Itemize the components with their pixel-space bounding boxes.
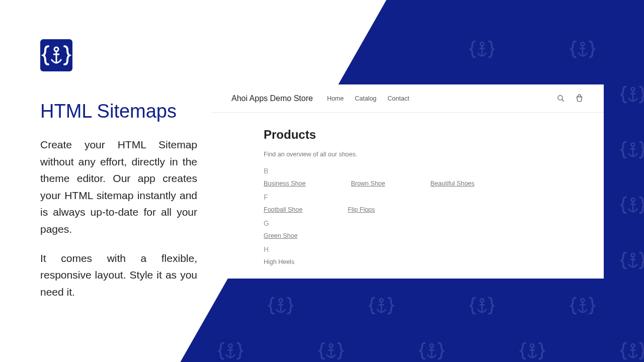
search-icon[interactable] <box>556 94 565 103</box>
pattern-icon <box>619 337 644 362</box>
pattern-icon <box>569 292 597 320</box>
nav-catalog[interactable]: Catalog <box>355 95 376 102</box>
letter-heading-f: F <box>264 193 584 201</box>
pattern-icon <box>569 35 597 63</box>
sitemap-link[interactable]: Football Shoe <box>264 206 302 213</box>
store-nav: Home Catalog Contact <box>327 95 410 102</box>
pattern-icon <box>267 292 295 320</box>
page-title: HTML Sitemaps <box>40 101 197 122</box>
pattern-icon <box>518 337 546 362</box>
store-body: Products Find an overview of all our sho… <box>211 113 604 265</box>
store-header: Ahoi Apps Demo Store Home Catalog Contac… <box>211 84 604 113</box>
marketing-paragraph: It comes with a flexible, responsive lay… <box>40 250 197 301</box>
sitemap-link[interactable]: Beautiful Shoes <box>431 180 475 187</box>
pattern-icon <box>468 35 496 63</box>
pattern-icon <box>216 337 245 362</box>
nav-home[interactable]: Home <box>327 95 344 102</box>
pattern-icon <box>619 246 644 275</box>
cart-icon[interactable] <box>575 94 584 103</box>
pattern-icon <box>619 80 644 109</box>
svg-line-8 <box>562 100 564 102</box>
sitemap-subtitle: Find an overview of all our shoes. <box>264 151 584 158</box>
app-logo-icon <box>40 39 72 71</box>
pattern-icon <box>317 337 345 362</box>
nav-contact[interactable]: Contact <box>387 95 409 102</box>
sitemap-link[interactable]: Flip Flops <box>348 206 375 213</box>
sitemap-heading: Products <box>264 128 584 142</box>
marketing-copy: HTML Sitemaps Create your HTML Sitemap w… <box>40 101 197 300</box>
svg-point-7 <box>558 96 562 100</box>
marketing-paragraph: Create your HTML Sitemap without any eff… <box>40 136 197 238</box>
store-name: Ahoi Apps Demo Store <box>231 94 313 103</box>
sitemap-link[interactable]: High Heels <box>264 258 294 265</box>
pattern-icon <box>468 292 496 320</box>
letter-heading-g: G <box>264 219 584 227</box>
sitemap-link[interactable]: Business Shoe <box>264 180 305 187</box>
pattern-icon <box>619 136 644 164</box>
store-preview-card: Ahoi Apps Demo Store Home Catalog Contac… <box>211 84 604 279</box>
pattern-icon <box>367 292 395 320</box>
pattern-icon <box>619 191 644 219</box>
letter-heading-h: H <box>264 245 584 253</box>
sitemap-link[interactable]: Green Shoe <box>264 232 297 239</box>
pattern-icon <box>418 337 446 362</box>
letter-heading-b: B <box>264 167 584 175</box>
sitemap-link[interactable]: Brown Shoe <box>351 180 385 187</box>
